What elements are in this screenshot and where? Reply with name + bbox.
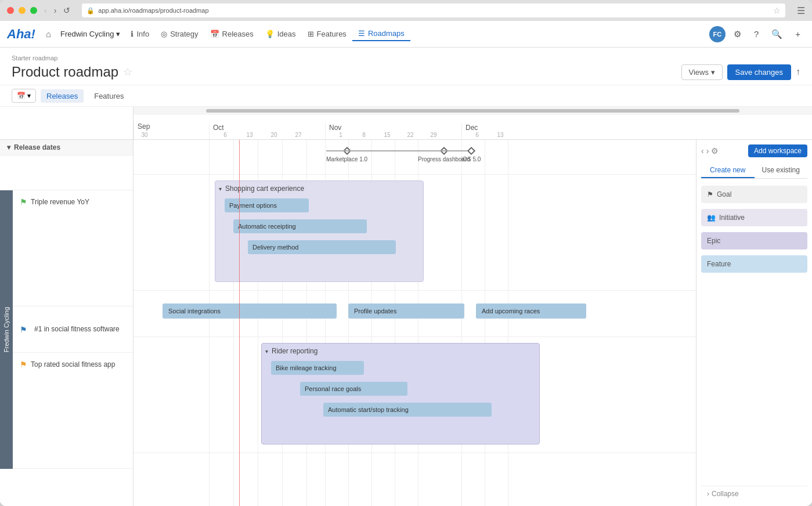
back-button[interactable]: ‹ (42, 5, 49, 16)
side-panel-settings-button[interactable]: ⚙ (711, 146, 719, 156)
save-changes-button[interactable]: Save changes (727, 64, 791, 80)
rider-reporting-label: Rider reporting (272, 347, 317, 355)
add-button[interactable]: + (791, 27, 805, 41)
close-dot[interactable] (7, 7, 14, 14)
create-new-tab[interactable]: Create new (701, 163, 755, 178)
browser-window: ‹ › ↺ 🔒 app.aha.io/roadmaps/product-road… (0, 0, 812, 506)
views-label: Views ▾ (689, 68, 715, 77)
features-tab[interactable]: Features (88, 89, 129, 103)
goal1-flag-icon: ⚑ (20, 197, 27, 207)
nov-1: 1 (329, 132, 352, 138)
side-panel-nav-buttons: ‹ › ⚙ (701, 146, 719, 156)
export-button[interactable]: ↑ (796, 67, 800, 77)
releases-nav-icon: 📅 (210, 30, 219, 38)
shopping-cart-container[interactable]: ▾ Shopping cart experience Payment optio… (215, 180, 424, 282)
release-line (326, 150, 467, 151)
nav-releases[interactable]: 📅 Releases (204, 27, 259, 41)
gantt-area: Sep 30 Oct 6 13 20 (0, 107, 812, 506)
home-button[interactable]: ⌂ (41, 27, 56, 41)
shopping-cart-label: Shopping cart experience (225, 185, 304, 193)
maximize-dot[interactable] (30, 7, 37, 14)
main-nav: ℹ Info ◎ Strategy 📅 Releases 💡 Ideas ⊞ (125, 27, 410, 41)
release-dates-section-header[interactable]: ▾ Release dates (0, 140, 133, 156)
auto-tracking-bar[interactable]: Automatic start/stop tracking (323, 403, 492, 417)
social-integrations-bar[interactable]: Social integrations (163, 303, 337, 319)
side-item-initiative[interactable]: 👥 Initiative (701, 209, 807, 226)
collapse-label: Collapse (712, 490, 739, 498)
save-changes-label: Save changes (735, 68, 783, 77)
nav-info-label: Info (136, 30, 149, 38)
rider-reporting-header: ▾ Rider reporting (265, 347, 536, 355)
info-icon: ℹ (131, 30, 133, 38)
dec-6: 6 (465, 132, 489, 138)
timeline-header: Sep 30 Oct 6 13 20 (0, 107, 812, 140)
bike-mileage-bar[interactable]: Bike mileage tracking (271, 361, 364, 375)
ideas-icon: 💡 (265, 30, 275, 38)
upcoming-races-bar[interactable]: Add upcoming races (476, 303, 586, 319)
shopping-cart-collapse-icon[interactable]: ▾ (219, 186, 222, 192)
marketplace-label: Marketplace 1.0 (326, 156, 367, 162)
side-panel-forward-button[interactable]: › (706, 146, 709, 156)
timeline-months-area: Sep 30 Oct 6 13 20 (133, 107, 812, 139)
side-panel-tabs: Create new Use existing (701, 163, 807, 179)
reload-button[interactable]: ↺ (61, 5, 73, 16)
nav-roadmaps[interactable]: ☰ Roadmaps (352, 27, 410, 41)
settings-button[interactable]: ⚙ (729, 27, 746, 42)
personal-race-bar[interactable]: Personal race goals (300, 382, 407, 396)
views-button[interactable]: Views ▾ (681, 64, 723, 80)
ios-label: iOS 5.0 (461, 156, 481, 162)
side-item-feature[interactable]: Feature (701, 255, 807, 273)
auto-receipting-bar[interactable]: Automatic receipting (233, 219, 367, 233)
side-item-epic[interactable]: Epic (701, 232, 807, 250)
initiative-icon: 👥 (707, 214, 716, 222)
nav-features[interactable]: ⊞ Features (302, 27, 352, 41)
lock-icon: 🔒 (86, 7, 95, 15)
calendar-dropdown-icon: ▾ (27, 92, 31, 100)
bookmark-icon[interactable]: ☆ (773, 6, 781, 15)
calendar-view-button[interactable]: 📅 ▾ (12, 89, 36, 103)
payment-options-bar[interactable]: Payment options (225, 198, 309, 212)
side-panel-back-button[interactable]: ‹ (701, 146, 704, 156)
browser-menu-icon[interactable]: ☰ (797, 5, 805, 16)
avatar[interactable]: FC (709, 26, 726, 42)
collapse-button[interactable]: › Collapse (701, 486, 807, 501)
page-title-text: Product roadmap (12, 64, 118, 80)
add-workspace-button[interactable]: Add workspace (748, 144, 807, 157)
month-dec: Dec 6 13 (461, 122, 554, 139)
use-existing-tab[interactable]: Use existing (755, 163, 808, 178)
search-button[interactable]: 🔍 (767, 27, 787, 42)
forward-button[interactable]: › (52, 5, 59, 16)
releases-tab[interactable]: Releases (41, 89, 84, 103)
profile-updates-bar[interactable]: Profile updates (348, 303, 464, 319)
features-icon: ⊞ (308, 30, 314, 38)
rider-reporting-collapse-icon[interactable]: ▾ (265, 348, 268, 355)
nav-features-label: Features (317, 30, 347, 38)
month-oct: Oct 6 13 20 27 (209, 122, 325, 139)
profile-updates-label: Profile updates (354, 308, 396, 315)
help-button[interactable]: ? (749, 27, 763, 41)
browser-titlebar: ‹ › ↺ 🔒 app.aha.io/roadmaps/product-road… (0, 0, 812, 21)
favorite-icon[interactable]: ☆ (123, 66, 132, 78)
epic-item-label: Epic (707, 237, 720, 245)
side-item-goal[interactable]: ⚑ Goal (701, 186, 807, 203)
address-bar[interactable]: 🔒 app.aha.io/roadmaps/product-roadmap ☆ (82, 3, 785, 17)
nav-info[interactable]: ℹ Info (125, 27, 155, 41)
logo[interactable]: Aha! (7, 27, 35, 42)
app-container: Aha! ⌂ Fredwin Cycling ▾ ℹ Info ◎ Strate… (0, 21, 812, 506)
nav-releases-label: Releases (222, 30, 254, 38)
workspace-sidebar: Fredwin Cycling (0, 190, 13, 469)
gantt-chart: Marketplace 1.0 Progress dashboard (133, 140, 696, 506)
shopping-cart-header: ▾ Shopping cart experience (219, 185, 420, 193)
workspace-selector[interactable]: Fredwin Cycling ▾ (56, 27, 125, 41)
month-nov: Nov 1 8 15 22 29 (325, 122, 461, 139)
release-dates-label: Release dates (14, 143, 60, 151)
delivery-method-bar[interactable]: Delivery method (248, 240, 396, 254)
page-title: Product roadmap ☆ (12, 64, 132, 80)
timeline-scrollbar[interactable] (206, 109, 739, 113)
add-workspace-label: Add workspace (754, 147, 802, 155)
minimize-dot[interactable] (19, 7, 26, 14)
nav-ideas[interactable]: 💡 Ideas (259, 27, 302, 41)
nav-strategy[interactable]: ◎ Strategy (155, 27, 204, 41)
nav-ideas-label: Ideas (277, 30, 296, 38)
rider-reporting-container[interactable]: ▾ Rider reporting Bike mileage tracking (261, 343, 540, 444)
